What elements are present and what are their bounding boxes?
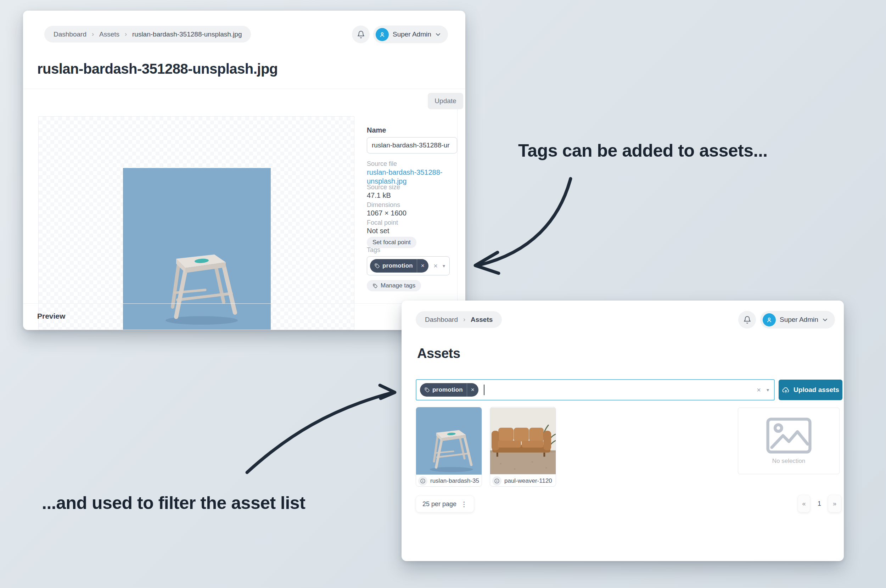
no-selection-label: No selection — [772, 458, 805, 465]
arrow-to-filter — [247, 393, 392, 472]
breadcrumb-separator-icon: › — [125, 30, 127, 38]
tag-filter-input[interactable]: promotion × × ▾ — [416, 379, 775, 400]
pagination-current-page: 1 — [813, 495, 825, 513]
name-label: Name — [367, 126, 457, 134]
upload-assets-label: Upload assets — [793, 386, 839, 394]
remove-filter-tag-button[interactable]: × — [467, 386, 478, 393]
source-size-value: 47.1 kB — [367, 191, 457, 200]
name-input[interactable] — [367, 137, 457, 153]
tags-label: Tags — [367, 246, 457, 254]
breadcrumb-separator-icon: › — [463, 316, 465, 323]
manage-tags-label: Manage tags — [381, 282, 415, 289]
asset-info-button[interactable] — [418, 476, 427, 486]
dropdown-caret-icon[interactable]: ▾ — [443, 263, 445, 268]
divider — [23, 88, 465, 89]
dimensions-label: Dimensions — [367, 201, 457, 209]
breadcrumb: Dashboard › Assets › ruslan-bardash-3512… — [44, 26, 251, 42]
image-placeholder-icon — [766, 417, 812, 454]
source-file-link[interactable]: ruslan-bardash-351288-unsplash.jpg — [367, 168, 444, 186]
asset-filename: paul-weaver-1120 — [504, 477, 552, 484]
text-cursor — [484, 384, 484, 395]
tag-chip: promotion × — [370, 259, 429, 273]
asset-card[interactable]: paul-weaver-1120 — [490, 407, 556, 487]
pagination-prev-button[interactable]: « — [798, 495, 810, 513]
user-menu[interactable]: Super Admin — [760, 311, 835, 328]
asset-detail-window: Dashboard › Assets › ruslan-bardash-3512… — [23, 10, 465, 330]
arrow-to-tags — [479, 178, 571, 265]
arrow-to-filter-head — [380, 385, 395, 398]
kebab-icon: ⋮ — [461, 500, 468, 508]
avatar — [763, 314, 776, 326]
focal-point-value: Not set — [367, 227, 457, 235]
per-page-label: 25 per page — [423, 501, 456, 508]
breadcrumb-current: ruslan-bardash-351288-unsplash.jpg — [132, 30, 242, 38]
preview-section-title: Preview — [37, 312, 65, 320]
breadcrumb-separator-icon: › — [92, 30, 94, 38]
asset-preview-panel — [38, 116, 354, 330]
bell-icon — [357, 30, 365, 39]
info-icon — [420, 478, 426, 484]
screenshot-canvas: Tags can be added to assets... ...and us… — [0, 0, 886, 588]
notifications-button[interactable] — [738, 311, 756, 328]
filter-tag-chip: promotion × — [420, 383, 478, 397]
focal-point-label: Focal point — [367, 219, 457, 226]
asset-info-button[interactable] — [492, 476, 501, 486]
tag-icon — [374, 263, 380, 268]
page-title: Assets — [417, 346, 460, 361]
bell-icon — [743, 316, 751, 324]
page-title: ruslan-bardash-351288-unsplash.jpg — [37, 61, 278, 77]
breadcrumb-dashboard[interactable]: Dashboard — [425, 316, 458, 324]
user-icon — [378, 31, 386, 38]
annotation-tags-note: Tags can be added to assets... — [518, 140, 768, 161]
notifications-button[interactable] — [352, 26, 370, 43]
user-menu[interactable]: Super Admin — [373, 26, 448, 43]
upload-assets-button[interactable]: Upload assets — [779, 380, 843, 400]
arrow-to-tags-head — [475, 252, 499, 273]
cloud-upload-icon — [782, 386, 790, 394]
breadcrumb-assets: Assets — [471, 316, 493, 324]
tag-icon — [424, 387, 430, 393]
manage-tags-button[interactable]: Manage tags — [367, 280, 421, 291]
scrollbar-track[interactable] — [457, 94, 457, 330]
update-button[interactable]: Update — [428, 93, 463, 109]
annotation-filter-note: ...and used to filter the asset list — [42, 493, 305, 513]
clear-tags-button[interactable]: × — [433, 262, 438, 270]
user-name: Super Admin — [780, 316, 818, 324]
source-file-label: Source file — [367, 160, 457, 168]
asset-thumbnail — [490, 407, 556, 475]
breadcrumb: Dashboard › Assets — [416, 311, 502, 328]
dropdown-caret-icon[interactable]: ▾ — [766, 387, 769, 393]
remove-tag-button[interactable]: × — [417, 262, 429, 269]
dimensions-value: 1067 × 1600 — [367, 209, 457, 217]
avatar — [376, 28, 389, 41]
tag-icon — [372, 283, 378, 288]
breadcrumb-assets[interactable]: Assets — [99, 30, 120, 38]
info-icon — [494, 478, 500, 484]
clear-filter-button[interactable]: × — [757, 386, 761, 394]
assets-list-window: Dashboard › Assets Super Admin Assets pr… — [402, 300, 844, 561]
no-selection-panel: No selection — [738, 408, 840, 474]
user-icon — [766, 316, 773, 324]
tag-chip-label: promotion — [382, 262, 413, 269]
asset-filename: ruslan-bardash-35 — [430, 477, 479, 484]
asset-preview-image — [123, 168, 271, 330]
filter-tag-label: promotion — [432, 386, 463, 393]
per-page-button[interactable]: 25 per page ⋮ — [416, 495, 474, 513]
chevron-down-icon — [822, 317, 828, 322]
user-name: Super Admin — [393, 30, 431, 38]
asset-card[interactable]: ruslan-bardash-35 — [416, 407, 482, 487]
divider — [23, 303, 465, 304]
breadcrumb-dashboard[interactable]: Dashboard — [54, 30, 87, 38]
asset-thumbnail — [416, 407, 482, 475]
tags-input[interactable]: promotion × × ▾ — [367, 256, 450, 275]
source-size-label: Source size — [367, 184, 457, 191]
chevron-down-icon — [435, 32, 441, 37]
pagination-next-button[interactable]: » — [828, 495, 841, 513]
